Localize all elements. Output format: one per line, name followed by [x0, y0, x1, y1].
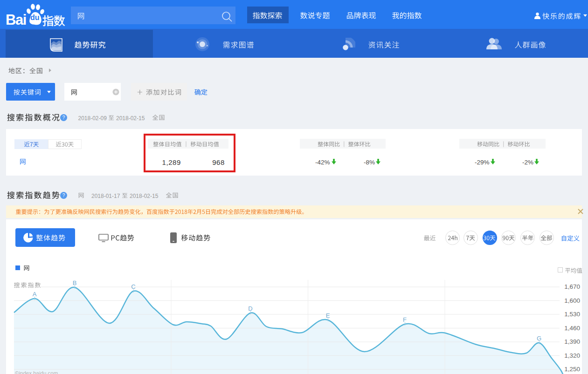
svg-text:?: ?	[62, 115, 65, 120]
svg-text:?: ?	[62, 193, 65, 198]
